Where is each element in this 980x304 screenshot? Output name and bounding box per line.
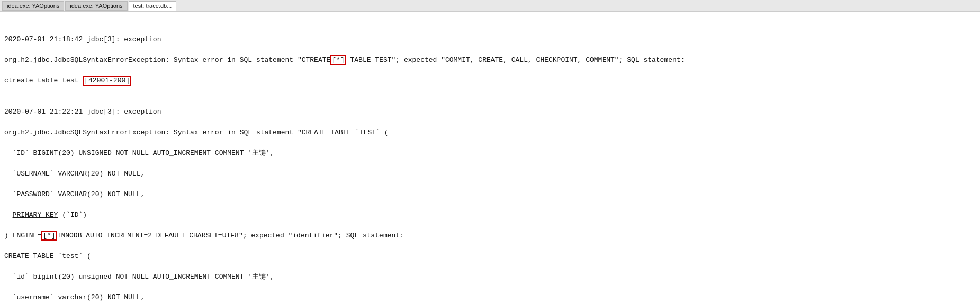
log-error-1: org.h2.jdbc.JdbcSQLSyntaxErrorException:… [4,55,976,66]
timestamp-1: 2020-07-01 21:18:42 jdbc[3]: exception [4,35,161,43]
highlight-box-2: [42001-200] [83,76,131,86]
log-create-2: `id` bigint(20) unsigned NOT NULL AUTO_I… [4,272,976,282]
log-entry-1: 2020-07-01 21:18:42 jdbc[3]: exception [4,34,976,45]
log-sql-2d: PRIMARY KEY (`ID`) [4,210,976,220]
tab-3-label: test: trace.db... [133,3,172,9]
tab-1[interactable]: idea.exe: YAOptions [2,1,64,11]
log-sql-2a: `ID` BIGINT(20) UNSIGNED NOT NULL AUTO_I… [4,148,976,159]
log-sql-2b: `USERNAME` VARCHAR(20) NOT NULL, [4,169,976,179]
log-sql-2c: `PASSWORD` VARCHAR(20) NOT NULL, [4,189,976,200]
highlight-box-1: [*] [330,55,346,65]
log-error-2: org.h2.jdbc.JdbcSQLSyntaxErrorException:… [4,127,976,138]
highlight-box-3: [*] [41,231,57,241]
tab-1-label: idea.exe: YAOptions [7,3,59,9]
log-sql-2e: ) ENGINE=[*]INNODB AUTO_INCREMENT=2 DEFA… [4,231,976,241]
log-create-1: CREATE TABLE `test` ( [4,251,976,262]
tab-2[interactable]: idea.exe: YAOptions [65,1,127,11]
timestamp-2: 2020-07-01 21:22:21 jdbc[3]: exception [4,107,976,117]
log-create-3: `username` varchar(20) NOT NULL, [4,292,976,303]
tab-2-label: idea.exe: YAOptions [70,3,122,9]
error-class-1: org.h2.jdbc.JdbcSQLSyntaxErrorException:… [4,55,685,65]
log-sql-1: ctreate table test [42001-200] [4,76,976,86]
tab-3[interactable]: test: trace.db... [129,1,177,11]
tab-bar: idea.exe: YAOptions idea.exe: YAOptions … [0,0,980,12]
log-area: 2020-07-01 21:18:42 jdbc[3]: exception o… [0,12,980,304]
